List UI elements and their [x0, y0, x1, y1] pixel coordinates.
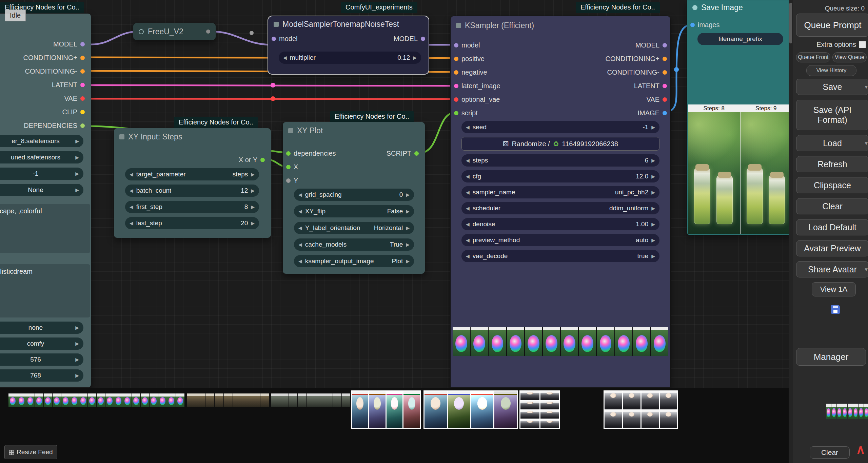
preview-thumbnail[interactable] — [224, 393, 233, 407]
right-arrow-icon[interactable]: ▶ — [651, 206, 655, 211]
widget-multiplier[interactable]: ◀ multiplier 0.12 ▶ — [279, 52, 421, 64]
manager-button[interactable]: Manager — [796, 348, 866, 366]
output-slot-dot[interactable] — [80, 96, 85, 101]
left-arrow-icon[interactable]: ◀ — [466, 174, 470, 179]
view-history-button[interactable]: View History — [806, 65, 856, 76]
preview-thumbnail[interactable] — [61, 393, 70, 407]
node-xy-input-steps[interactable]: XY Input: Steps X or Y ◀target_parameter… — [114, 128, 271, 238]
preview-thumbnail[interactable] — [215, 393, 223, 407]
preview-image[interactable] — [352, 391, 368, 428]
scrollbar-thumb[interactable] — [789, 3, 792, 43]
right-arrow-icon[interactable]: ▶ — [251, 204, 255, 210]
right-arrow-icon[interactable]: ▶ — [406, 209, 410, 214]
preview-images[interactable] — [688, 112, 792, 234]
left-arrow-icon[interactable]: ◀ — [466, 253, 470, 259]
right-arrow-icon[interactable]: ▶ — [75, 325, 79, 330]
preview-thumbnail[interactable] — [597, 327, 614, 356]
node-ksampler-efficient[interactable]: KSampler (Efficient) modelMODELpositiveC… — [450, 16, 671, 388]
node-xy-plot[interactable]: XY Plot dependenciesSCRIPTXY ◀grid_spaci… — [282, 122, 425, 274]
output-slot-dot[interactable] — [663, 84, 667, 88]
widget-combo[interactable]: ◀768▶ — [0, 369, 83, 382]
widget-combo[interactable]: ◀uned.safetensors▶ — [0, 151, 83, 163]
negative-prompt-textarea[interactable]: ealisticdream — [0, 264, 90, 317]
preview-thumbnail[interactable] — [88, 393, 96, 407]
sidebar-button-share-avatar[interactable]: Share Avatar▾ — [796, 261, 868, 277]
preview-thumbnail[interactable] — [114, 393, 123, 407]
node-title-bar[interactable]: XY Input: Steps — [114, 128, 271, 145]
widget-cache_models[interactable]: ◀cache_modelsTrue▶ — [294, 238, 414, 251]
queue-prompt-button[interactable]: Queue Prompt — [796, 14, 868, 37]
preview-thumbnail[interactable] — [864, 404, 868, 419]
node-title-bar[interactable]: ModelSamplerTonemapNoiseTest — [268, 16, 429, 32]
widget-preview_method[interactable]: ◀preview_methodauto▶ — [461, 234, 659, 246]
preview-thumbnail[interactable] — [105, 393, 114, 407]
preview-thumbnail[interactable] — [271, 393, 280, 407]
widget-combo[interactable]: ◀none▶ — [0, 322, 83, 334]
input-slot-dot[interactable] — [286, 178, 291, 183]
save-avatar-button[interactable] — [827, 302, 844, 317]
widget-ksampler_output_image[interactable]: ◀ksampler_output_imagePlot▶ — [294, 255, 414, 267]
collapse-toggle-icon[interactable] — [274, 22, 279, 27]
dropdown-arrow-icon[interactable]: ▾ — [865, 140, 868, 147]
preview-thumbnail[interactable] — [837, 404, 842, 419]
preview-thumbnail[interactable] — [26, 393, 35, 407]
right-arrow-icon[interactable]: ▶ — [75, 187, 79, 193]
input-slot-dot[interactable] — [454, 111, 458, 115]
input-slot-dot[interactable] — [454, 43, 458, 47]
preview-thumbnail[interactable] — [324, 393, 333, 407]
preview-image[interactable] — [623, 391, 640, 409]
preview-image[interactable] — [540, 420, 559, 428]
preview-thumbnail[interactable] — [8, 393, 17, 407]
preview-thumbnail[interactable] — [307, 393, 315, 407]
preview-thumbnail[interactable] — [848, 404, 853, 419]
preview-thumbnail[interactable] — [859, 404, 864, 419]
node-freeu-v2[interactable]: FreeU_V2 — [133, 23, 216, 40]
preview-thumbnail[interactable] — [70, 393, 79, 407]
preview-group[interactable] — [351, 390, 421, 429]
node-save-image[interactable]: Save Image images filename_prefix Steps:… — [687, 0, 793, 235]
preview-thumbnail[interactable] — [561, 327, 578, 356]
preview-thumbnail[interactable] — [123, 393, 132, 407]
input-slot-images[interactable] — [690, 23, 695, 27]
preview-thumbnail[interactable] — [187, 393, 196, 407]
preview-image[interactable] — [660, 410, 677, 428]
preview-thumbnail[interactable] — [167, 393, 176, 407]
right-arrow-icon[interactable]: ▶ — [75, 341, 79, 346]
output-slot-model[interactable] — [421, 37, 425, 41]
right-arrow-icon[interactable]: ▶ — [651, 253, 655, 259]
preview-thumbnail[interactable] — [525, 327, 542, 356]
widget-combo[interactable]: ◀None▶ — [0, 184, 83, 196]
preview-group[interactable] — [519, 390, 560, 429]
randomize-seed-button[interactable]: ⚄Randomize /♻116499192066238 — [461, 137, 659, 151]
output-slot-dot[interactable] — [80, 83, 85, 87]
preview-thumbnail[interactable] — [233, 393, 242, 407]
preview-thumbnail[interactable] — [176, 393, 184, 407]
preview-thumbnail[interactable] — [507, 327, 524, 356]
preview-thumbnail[interactable] — [35, 393, 43, 407]
preview-thumbnail[interactable] — [579, 327, 596, 356]
right-arrow-icon[interactable]: ▶ — [651, 190, 655, 195]
preview-thumbnail[interactable] — [298, 393, 306, 407]
preview-image[interactable] — [605, 410, 622, 428]
preview-thumbnail[interactable] — [333, 393, 341, 407]
output-slot-dot[interactable] — [663, 57, 667, 61]
widget-denoise[interactable]: ◀denoise1.00▶ — [461, 218, 659, 230]
widget-combo[interactable]: ◀-1▶ — [0, 168, 83, 180]
widget-combo[interactable]: ◀comfy▶ — [0, 337, 83, 350]
preview-thumbnail[interactable] — [633, 327, 650, 356]
widget-XY_flip[interactable]: ◀XY_flipFalse▶ — [294, 205, 414, 217]
preview-thumbnail[interactable] — [132, 393, 140, 407]
collapse-toggle-icon[interactable] — [288, 128, 293, 133]
sidebar-button-refresh[interactable]: Refresh — [796, 156, 868, 172]
collapsed-output-dot[interactable] — [206, 30, 210, 34]
sidebar-button-load[interactable]: Load▾ — [796, 135, 868, 151]
preview-thumbnail[interactable] — [260, 393, 269, 407]
left-arrow-icon[interactable]: ◀ — [298, 225, 302, 231]
output-slot-dot[interactable] — [663, 111, 667, 115]
left-arrow-icon[interactable]: ◀ — [283, 55, 287, 60]
preview-thumbnail[interactable] — [842, 404, 847, 419]
left-arrow-icon[interactable]: ◀ — [466, 237, 470, 243]
widget-last_step[interactable]: ◀last_step20▶ — [125, 217, 259, 229]
canvas-scrollbar[interactable] — [789, 0, 793, 463]
right-arrow-icon[interactable]: ▶ — [251, 220, 255, 226]
